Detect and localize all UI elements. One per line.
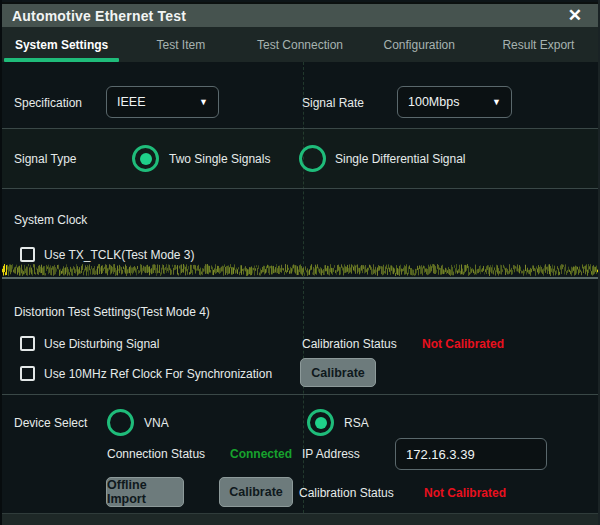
radio-two-single-signals[interactable] [132,145,159,172]
oscilloscope-waveform [2,260,600,278]
offline-import-button[interactable]: Offline Import [106,477,184,507]
use-10mhz-ref-clock-checkbox[interactable] [20,366,35,381]
device-select-label: Device Select [14,416,87,430]
ip-address-field[interactable] [395,438,547,470]
radio-rsa-label: RSA [344,416,369,430]
radio-vna[interactable] [107,409,134,436]
distortion-calibration-status-label: Calibration Status [302,337,397,351]
tab-configuration[interactable]: Configuration [360,27,479,62]
device-calibrate-button[interactable]: Calibrate [219,477,293,507]
distortion-calibration-status-value: Not Calibrated [422,337,504,351]
device-calibration-status-value: Not Calibrated [424,486,506,500]
tab-test-connection[interactable]: Test Connection [240,27,359,62]
radio-rsa[interactable] [307,409,334,436]
distortion-calibrate-button[interactable]: Calibrate [300,358,376,387]
graticule-vline [303,62,304,513]
tab-test-item[interactable]: Test Item [121,27,240,62]
tab-system-settings[interactable]: System Settings [2,27,121,62]
dialog-bottom-edge [2,513,598,525]
radio-two-single-signals-label: Two Single Signals [169,152,270,166]
close-icon[interactable]: ✕ [568,7,582,24]
distortion-title: Distortion Test Settings(Test Mode 4) [14,305,210,319]
signal-type-label: Signal Type [14,152,77,166]
signal-rate-value: 100Mbps [408,95,486,109]
radio-vna-label: VNA [144,416,169,430]
divider [2,188,598,189]
signal-rate-label: Signal Rate [302,96,364,110]
connection-status-value: Connected [230,447,292,461]
specification-value: IEEE [117,95,193,109]
signal-rate-dropdown[interactable]: 100Mbps ▼ [397,86,512,118]
tab-result-export[interactable]: Result Export [479,27,598,62]
window-title: Automotive Ethernet Test [2,8,186,24]
system-clock-title: System Clock [14,213,87,227]
device-calibration-status-label: Calibration Status [299,486,394,500]
use-disturbing-signal-checkbox[interactable] [20,336,35,351]
chevron-down-icon: ▼ [199,97,208,107]
chevron-down-icon: ▼ [492,97,501,107]
title-bar: Automotive Ethernet Test ✕ [2,2,598,27]
tab-bar: System Settings Test Item Test Connectio… [2,27,598,62]
divider [2,128,598,129]
specification-dropdown[interactable]: IEEE ▼ [106,86,219,118]
use-10mhz-ref-clock-label: Use 10MHz Ref Clock For Synchronization [44,367,272,381]
ip-address-input[interactable] [406,447,536,462]
radio-single-differential-signal[interactable] [299,145,326,172]
ip-address-label: IP Address [302,447,360,461]
radio-single-differential-signal-label: Single Differential Signal [335,152,466,166]
divider [2,277,598,279]
connection-status-label: Connection Status [107,447,205,461]
specification-label: Specification [14,96,82,110]
divider [2,394,598,395]
automotive-ethernet-test-dialog: Automotive Ethernet Test ✕ System Settin… [0,0,600,525]
use-disturbing-signal-label: Use Disturbing Signal [44,337,159,351]
